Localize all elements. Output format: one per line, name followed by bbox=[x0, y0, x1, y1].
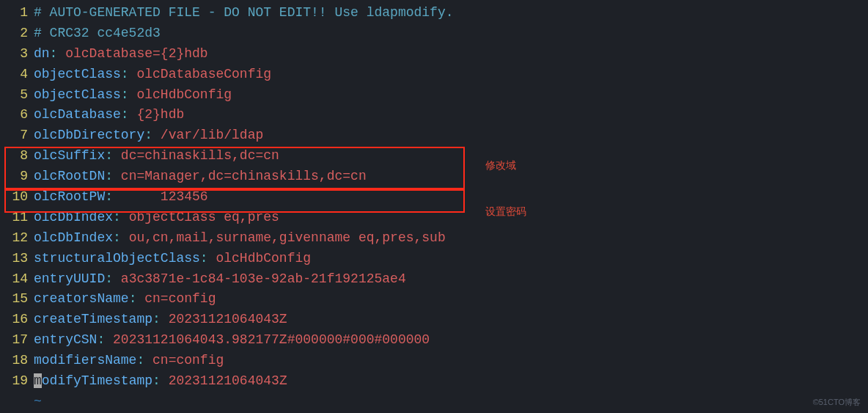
code-line: 7olcDbDirectory: /var/lib/ldap bbox=[0, 125, 868, 146]
line-number: 6 bbox=[0, 105, 34, 125]
line-content: olcDatabase: {2}hdb bbox=[34, 105, 868, 125]
line-content: entryCSN: 20231121064043.982177Z#000000#… bbox=[34, 330, 868, 351]
line-number: 13 bbox=[0, 249, 34, 269]
line-content: olcDbIndex: ou,cn,mail,surname,givenname… bbox=[34, 228, 868, 249]
code-line: 8olcSuffix: dc=chinaskills,dc=cn bbox=[0, 146, 868, 167]
line-content: entryUUID: a3c3871e-1c84-103e-92ab-21f19… bbox=[34, 269, 868, 290]
code-line: 16createTimestamp: 20231121064043Z bbox=[0, 310, 868, 330]
code-editor[interactable]: 1# AUTO-GENERATED FILE - DO NOT EDIT!! U… bbox=[0, 0, 868, 413]
line-number: 5 bbox=[0, 85, 34, 106]
code-line: 9olcRootDN: cn=Manager,dc=chinaskills,dc… bbox=[0, 167, 868, 187]
line-number: 2 bbox=[0, 23, 34, 44]
line-number: 17 bbox=[0, 330, 34, 351]
annotation-label-domain: 修改域 bbox=[485, 158, 516, 174]
code-line: 4objectClass: olcDatabaseConfig bbox=[0, 65, 868, 85]
cursor: m bbox=[34, 373, 42, 388]
code-line: 19modifyTimestamp: 20231121064043Z bbox=[0, 371, 868, 392]
line-content: dn: olcDatabase={2}hdb bbox=[34, 44, 868, 65]
line-content: olcDbDirectory: /var/lib/ldap bbox=[34, 125, 868, 146]
line-content: # AUTO-GENERATED FILE - DO NOT EDIT!! Us… bbox=[34, 3, 868, 23]
line-number: 12 bbox=[0, 228, 34, 249]
line-number: 16 bbox=[0, 310, 34, 330]
code-line: 12olcDbIndex: ou,cn,mail,surname,givenna… bbox=[0, 228, 868, 249]
code-line: 18modifiersName: cn=config bbox=[0, 351, 868, 371]
code-line: 17entryCSN: 20231121064043.982177Z#00000… bbox=[0, 330, 868, 351]
code-line: 14entryUUID: a3c3871e-1c84-103e-92ab-21f… bbox=[0, 269, 868, 290]
code-line: 6olcDatabase: {2}hdb bbox=[0, 105, 868, 125]
code-line: 15creatorsName: cn=config bbox=[0, 289, 868, 310]
line-content: objectClass: olcDatabaseConfig bbox=[34, 65, 868, 85]
line-content: olcSuffix: dc=chinaskills,dc=cn bbox=[34, 146, 868, 167]
line-number: 14 bbox=[0, 269, 34, 290]
code-line: 13structuralObjectClass: olcHdbConfig bbox=[0, 249, 868, 269]
annotation-label-password: 设置密码 bbox=[485, 204, 526, 220]
code-line: 3dn: olcDatabase={2}hdb bbox=[0, 44, 868, 65]
empty-line-tilde: ~ bbox=[0, 392, 868, 412]
line-number: 11 bbox=[0, 208, 34, 228]
line-number: 4 bbox=[0, 65, 34, 85]
line-content: olcRootDN: cn=Manager,dc=chinaskills,dc=… bbox=[34, 167, 868, 187]
code-line: 1# AUTO-GENERATED FILE - DO NOT EDIT!! U… bbox=[0, 3, 868, 23]
line-content: # CRC32 cc4e52d3 bbox=[34, 23, 868, 44]
line-content: objectClass: olcHdbConfig bbox=[34, 85, 868, 106]
code-line: 5objectClass: olcHdbConfig bbox=[0, 85, 868, 106]
line-number: 19 bbox=[0, 371, 34, 392]
line-content: olcRootPW: 123456 bbox=[34, 187, 868, 208]
line-content: structuralObjectClass: olcHdbConfig bbox=[34, 249, 868, 269]
watermark: ©51CTO博客 bbox=[813, 396, 861, 409]
line-number: 10 bbox=[0, 187, 34, 208]
line-number: 8 bbox=[0, 146, 34, 167]
line-content: modifiersName: cn=config bbox=[34, 351, 868, 371]
code-line: 2# CRC32 cc4e52d3 bbox=[0, 23, 868, 44]
line-number: 1 bbox=[0, 3, 34, 23]
line-content: modifyTimestamp: 20231121064043Z bbox=[34, 371, 868, 392]
line-number: 9 bbox=[0, 167, 34, 187]
line-number: 7 bbox=[0, 125, 34, 146]
line-number: 18 bbox=[0, 351, 34, 371]
line-number: 3 bbox=[0, 44, 34, 65]
line-content: creatorsName: cn=config bbox=[34, 289, 868, 310]
code-line: 10olcRootPW: 123456 bbox=[0, 187, 868, 208]
line-content: olcDbIndex: objectClass eq,pres bbox=[34, 208, 868, 228]
line-number: 15 bbox=[0, 289, 34, 310]
code-line: 11olcDbIndex: objectClass eq,pres bbox=[0, 208, 868, 228]
line-content: createTimestamp: 20231121064043Z bbox=[34, 310, 868, 330]
